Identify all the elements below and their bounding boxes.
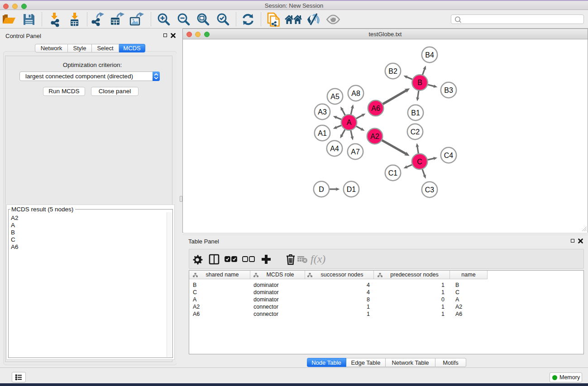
svg-text:A4: A4 bbox=[330, 145, 339, 152]
svg-text:A1: A1 bbox=[318, 129, 327, 137]
svg-text:A6: A6 bbox=[371, 105, 380, 112]
svg-text:B: B bbox=[417, 79, 422, 86]
svg-text:B4: B4 bbox=[425, 51, 434, 59]
svg-text:D: D bbox=[319, 186, 324, 193]
svg-text:B2: B2 bbox=[388, 67, 397, 75]
svg-text:C1: C1 bbox=[388, 169, 398, 177]
svg-text:C3: C3 bbox=[425, 186, 435, 194]
svg-text:B1: B1 bbox=[411, 109, 420, 117]
svg-text:A2: A2 bbox=[370, 133, 379, 140]
svg-text:A5: A5 bbox=[330, 93, 339, 100]
svg-text:A7: A7 bbox=[351, 148, 360, 156]
svg-text:C: C bbox=[417, 158, 422, 166]
svg-text:A3: A3 bbox=[318, 108, 327, 116]
svg-text:B3: B3 bbox=[444, 86, 453, 94]
svg-text:D1: D1 bbox=[347, 186, 356, 193]
svg-text:C2: C2 bbox=[411, 128, 420, 136]
svg-text:A8: A8 bbox=[351, 90, 360, 97]
svg-text:C4: C4 bbox=[444, 152, 454, 159]
svg-text:A: A bbox=[347, 119, 352, 126]
